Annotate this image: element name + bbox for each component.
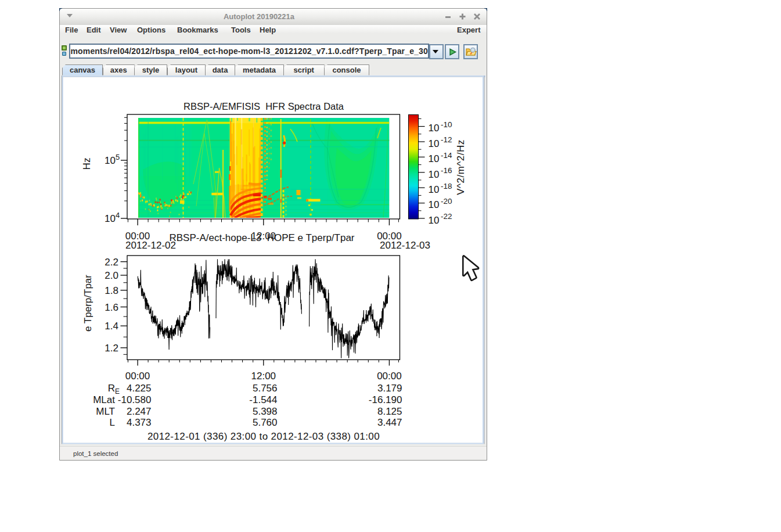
svg-text:00:00: 00:00 <box>125 371 150 382</box>
svg-text:L: L <box>110 417 115 428</box>
svg-text:MLT: MLT <box>96 406 115 417</box>
svg-text:2.0: 2.0 <box>105 270 118 281</box>
svg-text:5.398: 5.398 <box>253 406 278 417</box>
svg-text:4.225: 4.225 <box>127 383 152 394</box>
svg-text:V^2/m^2/Hz: V^2/m^2/Hz <box>455 139 466 195</box>
svg-text:1.4: 1.4 <box>105 321 118 332</box>
svg-text:5.760: 5.760 <box>253 417 278 428</box>
svg-text:00:00: 00:00 <box>377 371 402 382</box>
svg-text:-1.544: -1.544 <box>249 394 277 405</box>
svg-text:MLat: MLat <box>93 394 115 405</box>
svg-text:2.247: 2.247 <box>127 406 152 417</box>
svg-text:R: R <box>108 383 115 394</box>
svg-text:2.2: 2.2 <box>105 257 118 268</box>
svg-text:1.8: 1.8 <box>105 285 118 296</box>
svg-text:1.6: 1.6 <box>105 302 118 313</box>
svg-text:5.756: 5.756 <box>253 383 278 394</box>
svg-text:-10.580: -10.580 <box>118 394 152 405</box>
svg-text:2012-12-01 (336) 23:00 to 2012: 2012-12-01 (336) 23:00 to 2012-12-03 (33… <box>147 431 380 442</box>
svg-text:2012-12-02: 2012-12-02 <box>125 240 176 251</box>
svg-text:3.447: 3.447 <box>377 417 402 428</box>
svg-text:4.373: 4.373 <box>127 417 152 428</box>
svg-text:8.125: 8.125 <box>377 406 402 417</box>
svg-text:2012-12-03: 2012-12-03 <box>380 240 430 251</box>
svg-text:3.179: 3.179 <box>377 383 402 394</box>
svg-text:1.2: 1.2 <box>105 343 118 354</box>
svg-text:e Tperp/Tpar: e Tperp/Tpar <box>82 275 93 332</box>
svg-text:Hz: Hz <box>81 158 92 170</box>
svg-text:-16.190: -16.190 <box>369 394 402 405</box>
svg-text:RBSP-A/EMFISIS HFR Spectra Da: RBSP-A/EMFISIS HFR Spectra Data <box>183 101 344 112</box>
svg-text:RBSP-A/ect-hope-L3 HOPE e Tpe: RBSP-A/ect-hope-L3 HOPE e Tperp/Tpar <box>169 232 354 243</box>
svg-text:12:00: 12:00 <box>251 371 276 382</box>
